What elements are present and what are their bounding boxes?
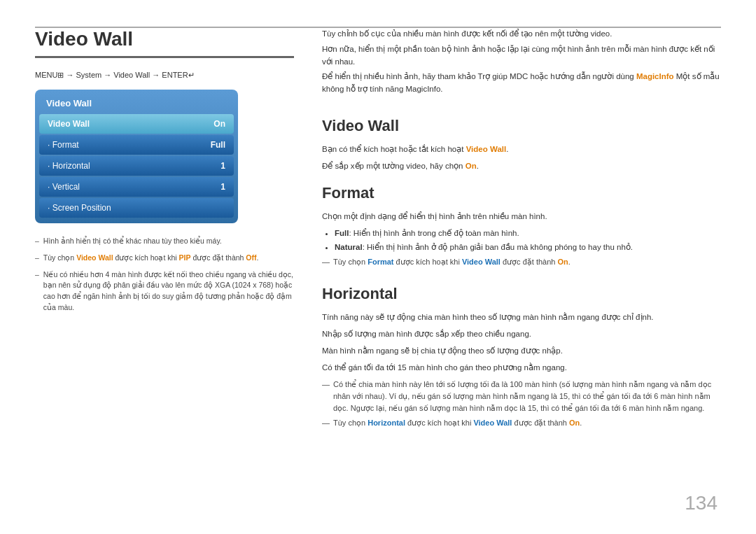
menu-path-text: MENU⊞ → System → Video Wall → ENTER↵ (35, 71, 195, 79)
menu-item-screenposition-label: · Screen Position (48, 203, 111, 213)
top-divider (35, 27, 721, 28)
note-3: – Nếu có nhiều hơn 4 màn hình được kết n… (35, 269, 294, 314)
horizontal-note-1-dash: — (322, 379, 330, 414)
section-videowall: Video Wall Bạn có thể kích hoạt hoặc tắt… (322, 110, 721, 177)
format-note-text: Tùy chọn Format được kích hoạt khi Video… (333, 256, 570, 268)
natural-label: Natural (335, 243, 363, 251)
page-title: Video Wall (35, 28, 294, 58)
menu-item-vertical[interactable]: · Vertical 1 (39, 177, 234, 197)
bullet-natural: Natural: Hiển thị hình ảnh ở độ phân giả… (335, 241, 721, 254)
menu-path: MENU⊞ → System → Video Wall → ENTER↵ (35, 71, 294, 80)
menu-item-vertical-label: · Vertical (48, 182, 80, 192)
menu-box-title: Video Wall (39, 94, 234, 114)
section-horizontal-p4: Có thể gán tối đa tới 15 màn hình cho gá… (322, 362, 721, 374)
note-2: – Tùy chọn Video Wall được kích hoạt khi… (35, 253, 294, 264)
menu-item-videowall-value: On (214, 119, 225, 129)
videowall-highlight2: Video Wall (462, 258, 500, 266)
note-1-dash: – (35, 236, 39, 247)
menu-item-horizontal[interactable]: · Horizontal 1 (39, 156, 234, 176)
intro-line-3: Để hiển thị nhiều hình ảnh, hãy tham khả… (322, 71, 721, 96)
format-highlight: Format (368, 258, 393, 266)
note-2-highlight1: Video Wall (76, 253, 113, 262)
full-label: Full (335, 229, 349, 237)
right-intro: Tùy chỉnh bố cục của nhiều màn hình được… (322, 28, 721, 99)
menu-item-videowall-label: Video Wall (48, 119, 90, 129)
horizontal-note-2: — Tùy chọn Horizontal được kích hoạt khi… (322, 417, 721, 429)
horizontal-note-1-text: Có thể chia màn hình này lên tới số lượn… (333, 379, 721, 414)
on-highlight: On (465, 162, 477, 170)
videowall-link: Video Wall (466, 145, 507, 153)
section-horizontal-p3: Màn hình nằm ngang sẽ bị chia tự động th… (322, 345, 721, 358)
menu-item-horizontal-value: 1 (220, 161, 225, 171)
section-horizontal-p2: Nhập số lượng màn hình được sắp xếp theo… (322, 328, 721, 341)
section-horizontal: Horizontal Tính năng này sẽ tự động chia… (322, 278, 721, 432)
horizontal-note-1: — Có thể chia màn hình này lên tới số lư… (322, 379, 721, 414)
menu-box: Video Wall Video Wall On · Format Full ·… (35, 90, 238, 223)
page-container: Video Wall MENU⊞ → System → Video Wall →… (0, 0, 756, 534)
intro-line-2: Hơn nữa, hiển thị một phần toàn bộ hình … (322, 43, 721, 69)
note-1-text: Hình ảnh hiển thị có thể khác nhau tùy t… (43, 236, 222, 247)
page-number: 134 (685, 492, 718, 514)
horizontal-note-2-text: Tùy chọn Horizontal được kích hoạt khi V… (333, 417, 582, 429)
horizontal-highlight: Horizontal (368, 419, 405, 427)
notes-section: – Hình ảnh hiển thị có thể khác nhau tùy… (35, 236, 294, 319)
note-2-dash: – (35, 253, 39, 264)
format-note: — Tùy chọn Format được kích hoạt khi Vid… (322, 256, 721, 268)
menu-item-format-label: · Format (48, 140, 79, 150)
videowall-highlight3: Video Wall (473, 419, 512, 427)
section-format-p1: Chọn một định dạng để hiển thị hình ảnh … (322, 211, 721, 223)
section-horizontal-heading: Horizontal (322, 282, 721, 306)
note-3-text: Nếu có nhiều hơn 4 màn hình được kết nối… (43, 269, 294, 314)
format-note-dash: — (322, 256, 330, 268)
section-videowall-heading: Video Wall (322, 114, 721, 138)
note-3-dash: – (35, 269, 39, 314)
menu-item-horizontal-label: · Horizontal (48, 161, 90, 171)
section-horizontal-p1: Tính năng này sẽ tự động chia màn hình t… (322, 311, 721, 324)
magicinfo-highlight: MagicInfo (636, 72, 674, 80)
section-format: Format Chọn một định dạng để hiển thị hì… (322, 177, 721, 272)
format-bullet-list: Full: Hiển thị hình ảnh trong chế độ toà… (335, 227, 721, 254)
intro-line-1: Tùy chỉnh bố cục của nhiều màn hình được… (322, 28, 721, 41)
on-highlight2: On (557, 258, 568, 266)
section-videowall-p1: Bạn có thể kích hoạt hoặc tắt kích hoạt … (322, 143, 721, 156)
note-2-highlight3: Off (246, 253, 256, 262)
on-highlight3: On (569, 419, 580, 427)
menu-item-videowall[interactable]: Video Wall On (39, 114, 234, 134)
bullet-full: Full: Hiển thị hình ảnh trong chế độ toà… (335, 227, 721, 240)
left-column: Video Wall MENU⊞ → System → Video Wall →… (35, 28, 294, 506)
menu-item-format-value: Full (211, 140, 225, 150)
horizontal-note-2-dash: — (322, 417, 330, 429)
note-1: – Hình ảnh hiển thị có thể khác nhau tùy… (35, 236, 294, 247)
right-column: Tùy chỉnh bố cục của nhiều màn hình được… (322, 28, 721, 506)
note-2-text: Tùy chọn Video Wall được kích hoạt khi P… (43, 253, 259, 264)
menu-item-vertical-value: 1 (220, 182, 225, 192)
menu-item-format[interactable]: · Format Full (39, 135, 234, 155)
section-format-heading: Format (322, 181, 721, 205)
menu-item-screenposition[interactable]: · Screen Position (39, 198, 234, 218)
section-videowall-p2: Để sắp xếp một tường video, hãy chọn On. (322, 160, 721, 173)
note-2-highlight2: PIP (179, 253, 191, 262)
